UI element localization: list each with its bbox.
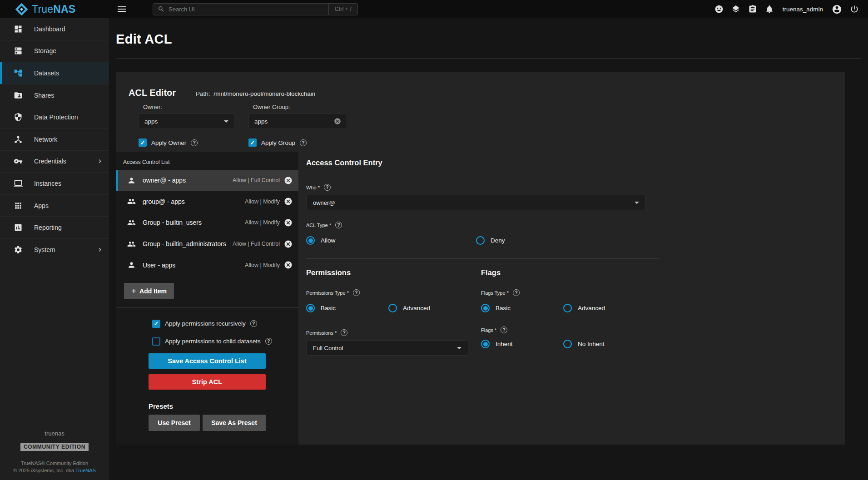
add-item-button[interactable]: + Add Item: [124, 283, 174, 299]
delete-entry-icon[interactable]: [284, 218, 293, 227]
delete-entry-icon[interactable]: [284, 261, 293, 269]
footer-text: TrueNAS® Community Edition © 2025 iXsyst…: [0, 460, 109, 475]
owner-group-input[interactable]: apps: [248, 114, 347, 129]
radio-advanced[interactable]: Advanced: [388, 304, 471, 312]
strip-acl-button[interactable]: Strip ACL: [149, 374, 266, 390]
apply-group-label: Apply Group: [261, 139, 295, 146]
permissions-section: Permissions Permissions Type * ? BasicAd…: [306, 268, 481, 356]
apply-group-checkbox[interactable]: [248, 139, 257, 147]
radio-dot[interactable]: [388, 304, 397, 312]
search-input[interactable]: [165, 6, 328, 13]
acl-entry-row[interactable]: group@ - apps Allow | Modify: [116, 191, 298, 213]
top-bar: TrueNAS Ctrl + / truenas_admin: [0, 0, 868, 18]
who-select[interactable]: owner@: [306, 195, 646, 210]
truenas-logo-icon: [15, 3, 28, 15]
help-icon[interactable]: ?: [335, 222, 342, 228]
sidebar-item-storage[interactable]: Storage: [0, 40, 109, 63]
radio-dot[interactable]: [476, 236, 485, 245]
help-icon[interactable]: ?: [191, 139, 198, 146]
jobs-clipboard-icon[interactable]: [748, 5, 757, 14]
sidebar-item-dashboard[interactable]: Dashboard: [0, 18, 109, 40]
access-control-entry-panel: Access Control Entry Who * ? owner@: [298, 152, 845, 445]
apply-child-datasets-checkbox[interactable]: [152, 337, 160, 346]
sidebar-item-instances[interactable]: Instances: [0, 173, 109, 195]
help-icon[interactable]: ?: [501, 327, 507, 333]
flags-type-radio-group: BasicAdvanced: [481, 304, 656, 312]
flags-label: Flags * ?: [481, 327, 656, 333]
path-value: /mnt/monero-pool/monero-blockchain: [214, 90, 316, 97]
edition-badge: COMMUNITY EDITION: [20, 443, 89, 451]
permissions-select[interactable]: Full Control: [306, 340, 468, 356]
presets-title: Presets: [149, 402, 298, 410]
radio-allow[interactable]: Allow: [306, 236, 476, 245]
power-icon[interactable]: [850, 5, 859, 14]
acl-entry-row[interactable]: Group - builtin_users Allow | Modify: [116, 212, 298, 233]
app-root: TrueNAS Ctrl + / truenas_admin Dashboard…: [0, 0, 868, 480]
acl-entry-row[interactable]: Group - builtin_administrators Allow | F…: [116, 233, 298, 255]
help-icon[interactable]: ?: [250, 320, 257, 327]
ace-title: Access Control Entry: [306, 158, 845, 167]
owner-select[interactable]: apps: [139, 114, 234, 129]
feedback-smiley-icon[interactable]: [714, 5, 724, 14]
use-preset-button[interactable]: Use Preset: [149, 415, 200, 431]
permissions-type-label: Permissions Type * ?: [306, 289, 481, 296]
owner-group-label: Owner Group:: [253, 104, 347, 110]
notifications-bell-icon[interactable]: [765, 5, 774, 14]
hostname: truenas: [0, 430, 109, 437]
user-avatar-icon[interactable]: [832, 4, 842, 15]
help-icon[interactable]: ?: [300, 139, 307, 146]
acl-entry-row[interactable]: User - apps Allow | Modify: [116, 254, 298, 276]
delete-entry-icon[interactable]: [284, 240, 293, 248]
username: truenas_admin: [783, 6, 823, 13]
help-icon[interactable]: ?: [341, 329, 347, 336]
sidebar-item-data-protection[interactable]: Data Protection: [0, 106, 109, 129]
radio-basic[interactable]: Basic: [481, 304, 563, 312]
datasets-icon: [14, 69, 23, 78]
radio-deny[interactable]: Deny: [476, 236, 646, 245]
sidebar-item-apps[interactable]: Apps: [0, 195, 109, 217]
brand[interactable]: TrueNAS: [0, 3, 109, 15]
sidebar-item-shares[interactable]: Shares: [0, 84, 109, 107]
radio-inherit[interactable]: Inherit: [481, 340, 563, 348]
sidebar-item-network[interactable]: Network: [0, 129, 109, 151]
acl-list-title: Access Control List: [116, 155, 298, 170]
radio-dot[interactable]: [563, 340, 572, 348]
help-icon[interactable]: ?: [265, 338, 272, 345]
flags-radio-group: InheritNo Inherit: [481, 340, 656, 348]
delete-entry-icon[interactable]: [284, 176, 293, 185]
chevron-down-icon: [635, 202, 639, 206]
footer-brand-link[interactable]: TrueNAS: [75, 468, 96, 473]
menu-icon[interactable]: [116, 4, 127, 15]
acl-entry-row[interactable]: owner@ - apps Allow | Full Control: [116, 170, 298, 191]
apply-owner-checkbox[interactable]: [139, 139, 147, 147]
help-icon[interactable]: ?: [513, 289, 520, 296]
reporting-icon: [14, 223, 23, 232]
dashboard-icon: [14, 25, 23, 34]
save-acl-button[interactable]: Save Access Control List: [149, 353, 266, 369]
search-box[interactable]: Ctrl + /: [153, 3, 358, 15]
sidebar-item-datasets[interactable]: Datasets: [0, 62, 109, 84]
radio-no-inherit[interactable]: No Inherit: [563, 340, 645, 348]
help-icon[interactable]: ?: [353, 289, 360, 296]
radio-advanced[interactable]: Advanced: [563, 304, 645, 312]
sidebar-item-credentials[interactable]: Credentials: [0, 151, 109, 173]
radio-basic[interactable]: Basic: [306, 304, 388, 312]
radio-dot[interactable]: [306, 304, 315, 312]
apply-recursively-checkbox[interactable]: [152, 320, 160, 328]
apply-recursively-label: Apply permissions recursively: [165, 320, 246, 327]
radio-dot[interactable]: [306, 236, 315, 245]
radio-dot[interactable]: [563, 304, 572, 312]
flags-type-label: Flags Type * ?: [481, 289, 656, 296]
sidebar-item-system[interactable]: System: [0, 239, 109, 261]
apps-icon: [14, 201, 23, 210]
save-as-preset-button[interactable]: Save As Preset: [203, 415, 266, 431]
acl-editor-title: ACL Editor: [129, 88, 176, 98]
delete-entry-icon[interactable]: [284, 197, 293, 206]
clear-icon[interactable]: [334, 118, 341, 125]
radio-dot[interactable]: [481, 304, 490, 312]
sidebar-footer: truenas COMMUNITY EDITION TrueNAS® Commu…: [0, 430, 109, 480]
sidebar-item-reporting[interactable]: Reporting: [0, 217, 109, 239]
truecommand-icon[interactable]: [731, 5, 740, 14]
help-icon[interactable]: ?: [324, 184, 331, 191]
radio-dot[interactable]: [481, 340, 490, 348]
